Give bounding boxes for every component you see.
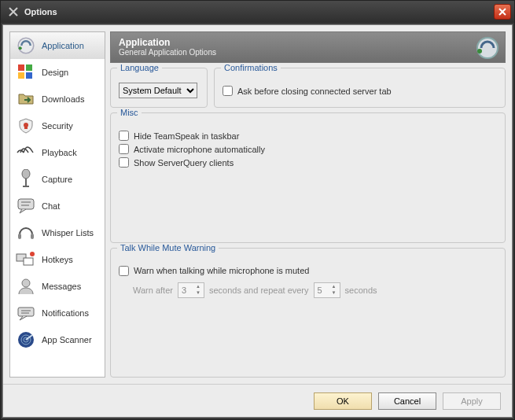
- ask-close-label: Ask before closing connected server tab: [237, 87, 392, 96]
- warn-after-mid: seconds and repeat every: [209, 286, 309, 295]
- headset-icon: [15, 222, 37, 244]
- repeat-spinner[interactable]: 5 ▲▼: [314, 282, 340, 298]
- button-bar: OK Cancel Apply: [3, 384, 512, 417]
- sidebar-item-hotkeys[interactable]: Hotkeys: [10, 246, 105, 273]
- ok-button[interactable]: OK: [314, 392, 372, 410]
- hide-taskbar-label: Hide TeamSpeak in taskbar: [134, 131, 239, 141]
- ask-close-row[interactable]: Ask before closing connected server tab: [223, 86, 497, 96]
- warn-row[interactable]: Warn when talking while microphone is mu…: [119, 266, 497, 276]
- show-sq-checkbox[interactable]: [119, 157, 129, 168]
- svg-rect-3: [26, 64, 32, 71]
- sidebar: ApplicationDesignDownloadsSecurityPlayba…: [9, 31, 105, 378]
- svg-rect-5: [26, 72, 32, 79]
- radar-icon: [15, 329, 37, 351]
- row-lang-confirm: Language System Default Confirmations As…: [110, 68, 506, 108]
- svg-rect-16: [18, 308, 34, 316]
- options-window: Options ApplicationDesignDownloadsSecuri…: [0, 0, 515, 420]
- language-group: Language System Default: [110, 68, 208, 108]
- main-area: ApplicationDesignDownloadsSecurityPlayba…: [3, 25, 512, 384]
- chat-icon: [15, 195, 37, 217]
- sidebar-item-label: Security: [42, 121, 73, 131]
- auto-mic-row[interactable]: Activate microphone automatically: [119, 144, 497, 154]
- mute-warning-group: Talk While Mute Warning Warn when talkin…: [110, 248, 506, 378]
- folder-icon: [15, 88, 37, 110]
- section-title: Application: [119, 37, 497, 48]
- svg-rect-10: [18, 234, 21, 239]
- sidebar-item-playback[interactable]: Playback: [10, 139, 105, 166]
- sidebar-item-label: Playback: [42, 148, 77, 157]
- misc-group: Misc Hide TeamSpeak in taskbar Activate …: [110, 112, 506, 243]
- sidebar-item-whisper-lists[interactable]: Whisper Lists: [10, 219, 105, 246]
- svg-point-8: [22, 169, 30, 179]
- shield-icon: [15, 115, 37, 137]
- titlebar: Options: [1, 1, 514, 23]
- user-icon: [15, 275, 37, 297]
- svg-rect-2: [18, 64, 24, 71]
- app-icon: [7, 6, 20, 18]
- svg-point-14: [30, 252, 35, 256]
- sidebar-item-security[interactable]: Security: [10, 112, 105, 139]
- sidebar-item-label: Whisper Lists: [42, 228, 94, 238]
- svg-point-1: [19, 46, 22, 50]
- sidebar-item-capture[interactable]: Capture: [10, 166, 105, 193]
- speaker-icon: [15, 35, 37, 57]
- content-panel: Application General Application Options …: [110, 31, 506, 378]
- svg-rect-13: [24, 258, 33, 265]
- notify-icon: [15, 302, 37, 324]
- palette-icon: [15, 61, 37, 83]
- language-select[interactable]: System Default: [119, 83, 197, 98]
- section-header: Application General Application Options: [110, 31, 506, 63]
- misc-legend: Misc: [117, 108, 142, 117]
- sidebar-item-messages[interactable]: Messages: [10, 273, 105, 300]
- warn-suffix: seconds: [345, 286, 377, 295]
- sidebar-item-label: Notifications: [42, 308, 89, 318]
- svg-rect-7: [24, 125, 28, 129]
- cancel-button[interactable]: Cancel: [378, 392, 436, 410]
- svg-point-21: [477, 49, 482, 53]
- warn-label: Warn when talking while microphone is mu…: [134, 266, 309, 275]
- window-title: Options: [24, 7, 494, 17]
- sidebar-item-notifications[interactable]: Notifications: [10, 300, 105, 326]
- warn-after-prefix: Warn after: [133, 286, 173, 295]
- sound-icon: [15, 142, 37, 164]
- auto-mic-checkbox[interactable]: [119, 144, 129, 154]
- sidebar-item-label: Chat: [42, 201, 60, 211]
- hide-taskbar-checkbox[interactable]: [119, 131, 129, 141]
- sidebar-item-application[interactable]: Application: [10, 32, 105, 59]
- confirmations-legend: Confirmations: [221, 63, 281, 72]
- show-sq-label: Show ServerQuery clients: [134, 158, 234, 168]
- hide-taskbar-row[interactable]: Hide TeamSpeak in taskbar: [119, 131, 497, 141]
- sidebar-item-label: Design: [42, 68, 68, 77]
- warn-checkbox[interactable]: [119, 266, 129, 276]
- hotkeys-icon: [15, 249, 37, 271]
- warn-after-spinner[interactable]: 3 ▲▼: [178, 282, 204, 298]
- sidebar-item-label: Application: [42, 41, 84, 50]
- sidebar-item-label: Hotkeys: [42, 255, 73, 264]
- close-button[interactable]: [494, 4, 511, 20]
- auto-mic-label: Activate microphone automatically: [134, 145, 265, 154]
- warn-timing-row: Warn after 3 ▲▼ seconds and repeat every…: [133, 282, 497, 298]
- ask-close-checkbox[interactable]: [223, 86, 233, 96]
- svg-rect-11: [31, 234, 34, 239]
- sidebar-item-label: Capture: [42, 175, 72, 184]
- language-legend: Language: [117, 63, 162, 72]
- section-subtitle: General Application Options: [119, 48, 497, 57]
- mute-warning-legend: Talk While Mute Warning: [117, 243, 219, 252]
- svg-rect-4: [18, 72, 24, 79]
- confirmations-group: Confirmations Ask before closing connect…: [214, 68, 506, 108]
- svg-point-15: [22, 279, 30, 287]
- show-sq-row[interactable]: Show ServerQuery clients: [119, 157, 497, 168]
- sidebar-item-downloads[interactable]: Downloads: [10, 86, 105, 112]
- teamspeak-logo-icon: [475, 35, 500, 61]
- sidebar-item-app-scanner[interactable]: App Scanner: [10, 326, 105, 353]
- client-area: ApplicationDesignDownloadsSecurityPlayba…: [2, 24, 513, 418]
- sidebar-item-label: Messages: [42, 282, 81, 291]
- sidebar-item-label: Downloads: [42, 94, 84, 104]
- svg-rect-9: [18, 199, 34, 209]
- sidebar-item-label: App Scanner: [42, 335, 92, 344]
- mic-icon: [15, 168, 37, 190]
- sidebar-item-chat[interactable]: Chat: [10, 193, 105, 219]
- sidebar-item-design[interactable]: Design: [10, 59, 105, 86]
- apply-button[interactable]: Apply: [443, 392, 501, 410]
